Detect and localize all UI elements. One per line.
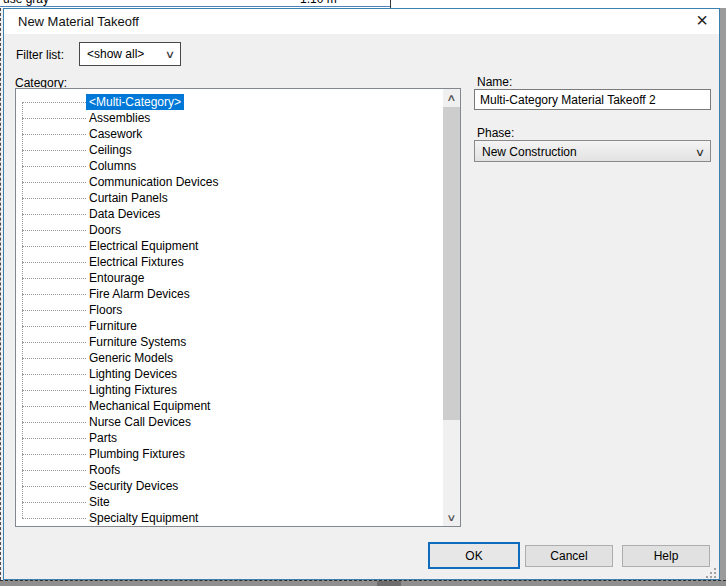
category-item-label: Lighting Fixtures [86,382,180,398]
category-item[interactable]: Parts [16,430,443,446]
category-item-label: Nurse Call Devices [86,414,194,430]
dialog-titlebar[interactable]: New Material Takeoff × [4,9,719,34]
category-item-label: Doors [86,222,124,238]
category-item-label: Security Devices [86,478,181,494]
category-item-label: Furniture [86,318,140,334]
category-item[interactable]: Curtain Panels [16,190,443,206]
category-item-label: Data Devices [86,206,163,222]
category-item[interactable]: Electrical Equipment [16,238,443,254]
category-item[interactable]: Ceilings [16,142,443,158]
category-item-label: Floors [86,302,125,318]
category-item[interactable]: Plumbing Fixtures [16,446,443,462]
scroll-up-button[interactable]: ∧ [443,89,460,106]
category-item-label: Specialty Equipment [86,510,201,526]
close-icon[interactable]: × [690,9,714,33]
tree-guide [22,502,86,503]
tree-guide [22,438,86,439]
tree-guide [22,470,86,471]
resize-grip[interactable] [705,567,717,579]
phase-label: Phase: [477,126,514,140]
tree-guide [22,246,86,247]
category-item-label: Columns [86,158,139,174]
tree-guide [22,198,86,199]
ok-button[interactable]: OK [428,542,520,569]
category-item-label: Curtain Panels [86,190,171,206]
category-listbox: <Multi-Category>AssembliesCaseworkCeilin… [15,88,461,527]
category-item[interactable]: Generic Models [16,350,443,366]
category-item[interactable]: Floors [16,302,443,318]
category-item-label: <Multi-Category> [86,94,184,110]
background-app-fragment: use gray 1.10 m [0,0,726,8]
category-item[interactable]: Electrical Fixtures [16,254,443,270]
tree-guide [22,166,86,167]
cancel-button[interactable]: Cancel [525,545,613,567]
tree-guide [22,182,86,183]
filter-list-label: Filter list: [16,48,64,62]
chevron-down-icon: ∨ [165,43,175,65]
category-item-label: Lighting Devices [86,366,180,382]
tree-guide [22,262,86,263]
tree-guide [22,118,86,119]
background-right-strip [720,8,726,586]
tree-guide [22,358,86,359]
category-scrollbar[interactable]: ∧ ∨ [443,89,460,526]
category-item-label: Parts [86,430,120,446]
category-item[interactable]: Lighting Devices [16,366,443,382]
scroll-down-icon: ∨ [440,509,464,526]
tree-guide [22,454,86,455]
category-item-label: Casework [86,126,145,142]
dialog-title: New Material Takeoff [18,14,139,29]
tree-guide [22,278,86,279]
category-item[interactable]: Furniture Systems [16,334,443,350]
category-item-label: Mechanical Equipment [86,398,213,414]
scrollbar-thumb[interactable] [443,107,460,420]
tree-guide [22,486,86,487]
tree-guide [22,326,86,327]
category-item[interactable]: <Multi-Category> [16,94,443,110]
tree-guide [22,310,86,311]
category-item-label: Fire Alarm Devices [86,286,193,302]
category-item[interactable]: Fire Alarm Devices [16,286,443,302]
tree-guide [22,102,86,103]
category-item-label: Communication Devices [86,174,221,190]
phase-value: New Construction [482,141,577,163]
category-item[interactable]: Mechanical Equipment [16,398,443,414]
category-item[interactable]: Data Devices [16,206,443,222]
category-item[interactable]: Columns [16,158,443,174]
category-item[interactable]: Casework [16,126,443,142]
phase-dropdown[interactable]: New Construction ∨ [474,140,711,162]
chevron-down-icon: ∨ [695,141,705,163]
background-bottom-strip [0,580,726,586]
scroll-up-icon: ∧ [440,89,464,106]
category-item[interactable]: Nurse Call Devices [16,414,443,430]
name-input[interactable] [474,89,711,110]
tree-guide [22,230,86,231]
tree-guide [22,150,86,151]
category-item[interactable]: Lighting Fixtures [16,382,443,398]
scroll-down-button[interactable]: ∨ [443,509,460,526]
background-bottom-block [377,581,401,586]
tree-guide [22,134,86,135]
category-item[interactable]: Specialty Equipment [16,510,443,526]
category-item[interactable]: Doors [16,222,443,238]
category-item-label: Roofs [86,462,123,478]
category-item[interactable]: Communication Devices [16,174,443,190]
category-item[interactable]: Site [16,494,443,510]
category-item-label: Furniture Systems [86,334,189,350]
filter-list-value: <show all> [87,43,144,65]
help-button[interactable]: Help [622,545,710,567]
category-tree: <Multi-Category>AssembliesCaseworkCeilin… [16,89,443,526]
category-item[interactable]: Entourage [16,270,443,286]
category-item[interactable]: Furniture [16,318,443,334]
tree-guide [22,374,86,375]
tree-guide [22,422,86,423]
category-item-label: Electrical Equipment [86,238,201,254]
name-label: Name: [477,75,512,89]
category-item-label: Site [86,494,113,510]
filter-list-dropdown[interactable]: <show all> ∨ [79,42,181,66]
category-item[interactable]: Roofs [16,462,443,478]
tree-guide [22,342,86,343]
category-item-label: Ceilings [86,142,135,158]
category-item[interactable]: Security Devices [16,478,443,494]
category-item[interactable]: Assemblies [16,110,443,126]
